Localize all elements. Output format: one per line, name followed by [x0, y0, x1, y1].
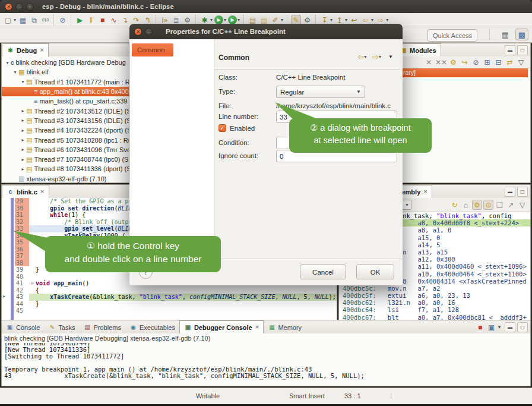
tab-tasks[interactable]: ✎Tasks — [44, 321, 79, 333]
type-select[interactable]: Regular ▼ — [276, 86, 365, 98]
line-number[interactable]: 43 — [15, 294, 29, 301]
step-into-button[interactable]: ↴ — [120, 15, 130, 25]
line-number[interactable]: 29 — [15, 198, 29, 205]
next-annotation-button-caret[interactable]: ▾ — [330, 17, 332, 23]
home-button[interactable]: ⌂ — [461, 200, 471, 210]
window-maximize-button[interactable]: + — [26, 3, 34, 11]
remove-all-modules-button[interactable]: ✕✕ — [435, 57, 447, 67]
fold-marker-icon[interactable]: ⊖ — [29, 280, 36, 287]
flash-button-caret[interactable]: ▾ — [281, 17, 283, 23]
close-icon[interactable]: ✕ — [423, 189, 428, 194]
forward-button-caret[interactable]: ▾ — [386, 17, 388, 23]
debug-tree-item[interactable]: ≡app_main() at blink.c:43 0x400db — [2, 87, 129, 96]
console-output[interactable]: [New Thread 1073408744][New Thread 10734… — [2, 343, 530, 386]
external-tools-button-caret[interactable]: ▾ — [238, 17, 240, 23]
tree-expander-icon[interactable]: ▸ — [20, 108, 26, 114]
enabled-checkbox[interactable]: ✓ — [218, 124, 226, 132]
tab-debug[interactable]: ✱ Debug ✕ — [2, 43, 49, 56]
open-new-view-button[interactable]: ❏ — [495, 200, 505, 210]
sidebar-item-common[interactable]: Common — [132, 43, 173, 56]
back-icon[interactable]: ⇦ — [357, 52, 364, 61]
window-minimize-button[interactable]: – — [15, 3, 23, 11]
collapse-all-button[interactable]: ⊟ — [493, 57, 504, 67]
debug-tree-item[interactable]: ▸▤Thread #4 1073432224 (dport) (Sus — [2, 125, 129, 135]
debug-tree-item[interactable]: ▸▤Thread #2 1073413512 (IDLE) (Susp — [2, 106, 129, 115]
goto-file-button[interactable]: ↪ — [460, 57, 470, 67]
tab-memory[interactable]: ▦Memory — [264, 321, 306, 333]
back-button-caret[interactable]: ▾ — [371, 17, 373, 23]
maximize-icon[interactable]: ▢ — [517, 187, 528, 197]
display-console-icon[interactable]: ▣ — [486, 322, 496, 332]
view-menu-icon[interactable]: ▼ — [388, 54, 393, 59]
cpp-perspective-button[interactable]: ▦ — [499, 29, 512, 40]
tree-expander-icon[interactable]: ▸ — [20, 147, 26, 152]
window-close-button[interactable]: ✕ — [5, 3, 12, 11]
debug-tree-item[interactable]: ▾cblink checking [GDB Hardware Debug — [2, 58, 129, 67]
tab-problems[interactable]: ▤Problems — [79, 321, 125, 333]
minimize-icon[interactable]: ▬ — [505, 187, 515, 197]
minimize-icon[interactable]: ▬ — [505, 322, 515, 332]
deselect-button[interactable]: ⊘ — [471, 57, 481, 67]
tree-expander-icon[interactable]: ▸ — [20, 128, 26, 133]
run-button[interactable]: ▶ — [214, 15, 223, 24]
tab-debugger-console[interactable]: ▣Debugger Console✕ — [179, 320, 264, 333]
ok-button[interactable]: OK — [356, 265, 394, 279]
debug-button-caret[interactable]: ▾ — [210, 17, 213, 23]
expand-all-button[interactable]: ⊞ — [482, 57, 492, 67]
sync-selection-button[interactable]: ⊙ — [483, 200, 493, 210]
quick-access-button[interactable]: Quick Access — [428, 29, 477, 42]
suspend-button[interactable]: ‖ — [86, 15, 96, 25]
save-all-button[interactable]: ⧉ — [29, 15, 39, 25]
binary-file-button[interactable]: 010 — [40, 15, 50, 25]
skip-all-breakpoints-button[interactable]: ⊘ — [58, 15, 68, 25]
close-icon[interactable]: ✕ — [40, 189, 45, 194]
resume-button[interactable]: ▶ — [75, 15, 85, 25]
terminate-button[interactable]: ■ — [97, 15, 107, 25]
line-number[interactable]: 44 — [15, 301, 29, 308]
view-menu-button[interactable]: ▽ — [516, 57, 526, 67]
line-number[interactable]: 42 — [15, 287, 29, 294]
tree-expander-icon[interactable]: ▸ — [20, 118, 26, 123]
debug-tree-item[interactable]: ▸▤Thread #5 1073410208 (ipc1 : Runni — [2, 135, 129, 144]
remove-module-button[interactable]: ✕ — [424, 57, 434, 67]
line-number[interactable]: 32 — [15, 219, 29, 226]
run-button-caret[interactable]: ▾ — [224, 17, 226, 23]
line-number[interactable]: 30 — [15, 205, 29, 212]
tree-expander-icon[interactable]: ▸ — [20, 137, 26, 143]
tab-console[interactable]: ▣Console — [2, 321, 44, 333]
dialog-close-button[interactable]: ✕ — [134, 28, 142, 36]
debug-tree-item[interactable]: ▸▤Thread #6 1073431096 (Tmr Svc) (S — [2, 145, 129, 155]
show-source-button[interactable]: ⚙ — [472, 200, 482, 210]
view-menu-button[interactable]: ▽ — [517, 200, 527, 210]
debug-tree-item[interactable]: ▾▦blink.elf — [2, 67, 129, 77]
debug-tree-item[interactable]: ▸▤Thread #8 1073411336 (dport) (Sus — [2, 164, 129, 174]
debug-perspective-button[interactable]: ▩ — [515, 29, 528, 40]
tree-expander-icon[interactable]: ▾ — [4, 60, 11, 65]
previous-annotation-button-caret[interactable]: ▾ — [345, 17, 347, 23]
chevron-down-icon[interactable]: ▼ — [497, 325, 502, 330]
disconnect-button[interactable]: ∿ — [109, 15, 119, 25]
maximize-icon[interactable]: ▢ — [517, 45, 528, 55]
tab-executables[interactable]: ◉Executables — [125, 321, 179, 333]
new-wizard-button-caret[interactable]: ▾ — [14, 17, 16, 23]
line-number[interactable]: 41 — [15, 280, 29, 287]
debug-tree-item[interactable]: ▾▤Thread #1 1073411772 (main : Runn — [2, 77, 129, 87]
save-button[interactable]: ▦ — [18, 15, 28, 25]
forward-icon[interactable]: ⇨ — [372, 52, 379, 61]
debug-tree-item[interactable]: ≡main_task() at cpu_start.c:339 0x4 — [2, 96, 129, 106]
external-tools-button[interactable]: ▶ — [228, 15, 237, 24]
tree-expander-icon[interactable]: ▸ — [20, 157, 26, 162]
close-icon[interactable]: ✕ — [255, 325, 259, 330]
debug-tree-item[interactable]: ▸▤Thread #3 1073413156 (IDLE) (Susp — [2, 116, 129, 125]
load-symbols-button[interactable]: ⚙ — [448, 57, 458, 67]
tree-expander-icon[interactable]: ▸ — [20, 166, 26, 172]
line-number[interactable]: 45 — [15, 307, 29, 314]
terminate-icon[interactable]: ■ — [475, 322, 485, 332]
minimize-icon[interactable]: ▬ — [505, 45, 515, 55]
tab-blink-c[interactable]: c blink.c ✕ — [2, 185, 49, 198]
chevron-down-icon[interactable]: ▼ — [405, 203, 409, 207]
debug-tree-item[interactable]: ▥xtensa-esp32-elf-gdb (7.10) — [2, 174, 129, 182]
close-icon[interactable]: ✕ — [40, 48, 44, 53]
dialog-minimize-button[interactable]: – — [145, 28, 153, 36]
back-menu-caret[interactable]: ▾ — [364, 54, 366, 59]
